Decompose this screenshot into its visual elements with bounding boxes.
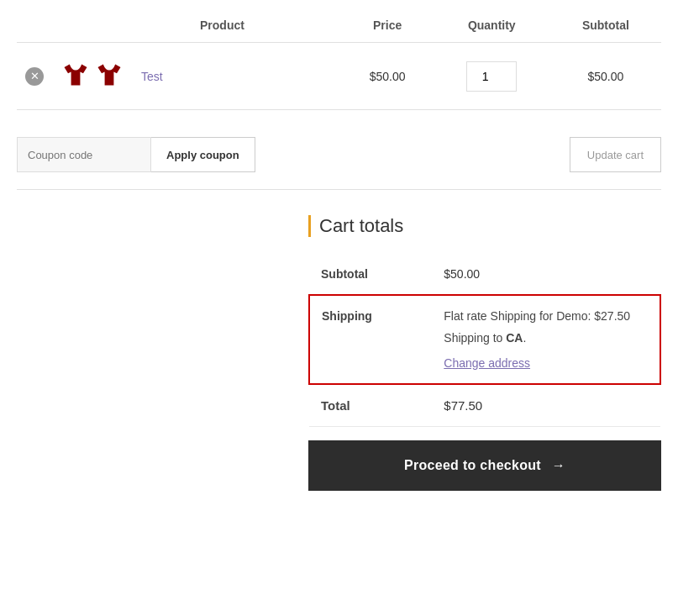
table-row: ✕ Test $50.00 [17,43,661,110]
shipping-location: CA [506,331,523,345]
checkout-arrow: → [552,458,565,473]
proceed-to-checkout-button[interactable]: Proceed to checkout → [308,440,661,491]
shipping-to-text: Shipping to CA. [444,331,648,345]
col-header-price: Price [341,8,433,43]
cart-totals-title: Cart totals [308,215,661,237]
apply-coupon-button[interactable]: Apply coupon [151,137,255,172]
shipping-label: Shipping [309,295,432,384]
cart-totals-wrapper: Cart totals Subtotal $50.00 Shipping Fla… [17,215,661,491]
tshirt-icon-2 [94,60,124,90]
coupon-form: Apply coupon [17,137,255,172]
product-link[interactable]: Test [141,70,163,83]
update-cart-button[interactable]: Update cart [570,137,661,172]
col-header-subtotal: Subtotal [550,8,661,43]
col-header-product: Product [133,8,341,43]
product-quantity-cell [434,43,550,110]
subtotal-label: Subtotal [309,254,432,295]
remove-cell: ✕ [17,43,52,110]
total-row: Total $77.50 [309,384,660,427]
checkout-label: Proceed to checkout [404,458,541,472]
product-name-cell: Test [133,43,341,110]
page-wrapper: Product Price Quantity Subtotal ✕ [0,0,678,516]
change-address-link[interactable]: Change address [444,356,530,370]
product-subtotal-cell: $50.00 [550,43,661,110]
col-header-quantity: Quantity [434,8,550,43]
shipping-details-cell: Flat rate Shipping for Demo: $27.50 Ship… [432,295,660,384]
subtotal-value: $50.00 [432,254,660,295]
shipping-option-text: Flat rate Shipping for Demo: $27.50 [444,309,648,323]
cart-actions: Apply coupon Update cart [17,127,661,190]
total-label: Total [309,384,432,427]
shipping-row: Shipping Flat rate Shipping for Demo: $2… [309,295,660,384]
totals-table: Subtotal $50.00 Shipping Flat rate Shipp… [308,254,661,427]
cart-totals: Cart totals Subtotal $50.00 Shipping Fla… [308,215,661,491]
tshirt-icon-1 [60,60,91,90]
total-value: $77.50 [432,384,660,427]
col-header-remove-thumb [17,8,133,43]
product-price-cell: $50.00 [341,43,433,110]
cart-table: Product Price Quantity Subtotal ✕ [17,8,661,110]
coupon-input[interactable] [17,137,151,172]
remove-item-button[interactable]: ✕ [25,67,44,86]
checkout-btn-wrapper: Proceed to checkout → [308,440,661,491]
subtotal-row: Subtotal $50.00 [309,254,660,295]
product-image [60,60,124,90]
product-thumbnail-cell [52,43,133,110]
quantity-input[interactable] [466,61,517,92]
